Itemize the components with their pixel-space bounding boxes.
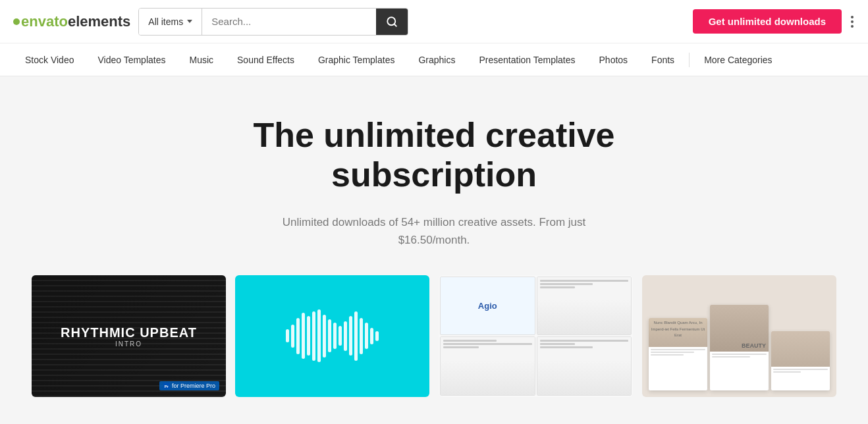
nav-item-stock-video[interactable]: Stock Video: [13, 43, 86, 76]
pres-line: [443, 343, 532, 345]
waveform-bar: [333, 323, 337, 349]
nav-item-video-templates[interactable]: Video Templates: [86, 43, 177, 76]
nav-item-presentation-templates[interactable]: Presentation Templates: [467, 43, 587, 76]
pres-mini-1: [537, 277, 632, 335]
mag-page-1: Nunc Blandit Quam Arcu, In Imperd-iet Fe…: [649, 318, 707, 390]
waveform-bar: [339, 326, 342, 346]
nav-item-graphics[interactable]: Graphics: [406, 43, 467, 76]
nav: Stock Video Video Templates Music Sound …: [0, 43, 868, 76]
mag-line: [773, 371, 801, 373]
mag-page-body-2: [710, 352, 769, 390]
waveform-bar: [370, 328, 373, 344]
mag-line: [651, 354, 684, 356]
pres-cell-2: [537, 277, 632, 336]
mag-line: [651, 349, 705, 350]
waveform-bar: [375, 331, 379, 341]
waveform-bar: [291, 325, 294, 348]
video-title-text: RHYTHMIC UPBEAT: [61, 325, 197, 340]
waveform-bar: [286, 329, 289, 342]
logo-elements-text: elements: [68, 13, 130, 30]
nav-item-more-categories[interactable]: More Categories: [692, 43, 784, 76]
pres-line: [540, 280, 629, 282]
mag-page-header: Nunc Blandit Quam Arcu, In Imperd-iet Fe…: [649, 318, 707, 347]
mag-beauty-label: BEAUTY: [739, 340, 769, 352]
waveform-visual: [286, 309, 379, 362]
premiere-icon: Pr: [163, 383, 170, 389]
hero-subtitle: Unlimited downloads of 54+ million creat…: [269, 213, 599, 249]
more-dot-3: [851, 25, 854, 28]
magazine-pages: Nunc Blandit Quam Arcu, In Imperd-iet Fe…: [642, 275, 836, 397]
mag-line: [712, 356, 750, 358]
cta-button[interactable]: Get unlimited downloads: [693, 9, 842, 34]
mag-line: [712, 354, 767, 355]
card-presentation[interactable]: Agio: [439, 275, 633, 397]
mag-line: [651, 352, 694, 353]
waveform-bar: [349, 316, 352, 356]
search-button[interactable]: [376, 9, 408, 35]
mag-line: [773, 369, 828, 370]
preview-cards: RHYTHMIC UPBEAT INTRO Pr for Premiere Pr…: [13, 275, 855, 417]
nav-item-music[interactable]: Music: [177, 43, 225, 76]
pres-line: [540, 286, 576, 288]
svg-line-1: [394, 24, 396, 26]
svg-text:Pr: Pr: [165, 384, 169, 388]
mag-page-body-3: [771, 367, 830, 390]
pres-title: Agio: [478, 301, 497, 311]
more-dot-2: [851, 20, 854, 23]
pres-mini-2: [441, 337, 535, 395]
pres-line: [443, 340, 497, 342]
hero-section: The unlimited creative subscription Unli…: [0, 76, 868, 424]
card-magazine[interactable]: Nunc Blandit Quam Arcu, In Imperd-iet Fe…: [642, 275, 836, 397]
pres-line: [443, 346, 479, 348]
search-bar: All items: [138, 8, 408, 36]
video-card-content: RHYTHMIC UPBEAT INTRO: [61, 325, 197, 348]
mag-page-2: BEAUTY: [710, 305, 769, 390]
chevron-down-icon: [187, 20, 192, 23]
nav-item-fonts[interactable]: Fonts: [639, 43, 686, 76]
card-sound[interactable]: [235, 275, 429, 397]
mag-image-3: [771, 331, 830, 367]
mag-image: BEAUTY: [710, 305, 769, 352]
logo[interactable]: envato elements: [13, 13, 130, 30]
nav-item-graphic-templates[interactable]: Graphic Templates: [306, 43, 406, 76]
video-subtitle-text: INTRO: [61, 340, 197, 348]
waveform-bar: [354, 311, 358, 361]
premiere-label: for Premiere Pro: [172, 383, 215, 389]
pres-line: [540, 283, 593, 285]
card-video[interactable]: RHYTHMIC UPBEAT INTRO Pr for Premiere Pr…: [32, 275, 226, 397]
waveform-bar: [312, 311, 315, 361]
pres-line: [540, 346, 593, 348]
nav-item-photos[interactable]: Photos: [587, 43, 640, 76]
pres-cell-4: [537, 336, 632, 396]
pres-line: [540, 343, 576, 345]
pres-line: [540, 340, 629, 342]
waveform-bar: [365, 323, 368, 349]
pres-cell-3: [440, 336, 535, 396]
more-dot-1: [851, 16, 854, 18]
more-menu-button[interactable]: [850, 13, 855, 30]
search-input[interactable]: [202, 16, 376, 27]
mag-page-body: [649, 347, 707, 390]
waveform-bar: [302, 313, 305, 359]
hero-title: The unlimited creative subscription: [203, 116, 665, 195]
waveform-bar: [360, 318, 363, 354]
pres-main-cell: Agio: [440, 277, 535, 336]
search-icon: [386, 16, 398, 28]
search-category-dropdown[interactable]: All items: [139, 9, 202, 35]
waveform-bar: [328, 319, 331, 352]
logo-envato-text: envato: [21, 13, 68, 30]
logo-dot: [13, 18, 20, 25]
header: envato elements All items Get unlimited …: [0, 0, 868, 43]
waveform-bar: [296, 318, 300, 354]
waveform-bar: [344, 321, 347, 351]
nav-divider: [689, 53, 690, 67]
search-category-label: All items: [148, 16, 183, 27]
mag-page-3: [771, 331, 830, 390]
waveform-bar: [323, 315, 326, 358]
waveform-bar: [307, 316, 310, 356]
waveform-bar: [317, 309, 321, 362]
nav-item-sound-effects[interactable]: Sound Effects: [225, 43, 306, 76]
premiere-badge: Pr for Premiere Pro: [159, 381, 219, 390]
pres-mini-3: [537, 337, 632, 395]
